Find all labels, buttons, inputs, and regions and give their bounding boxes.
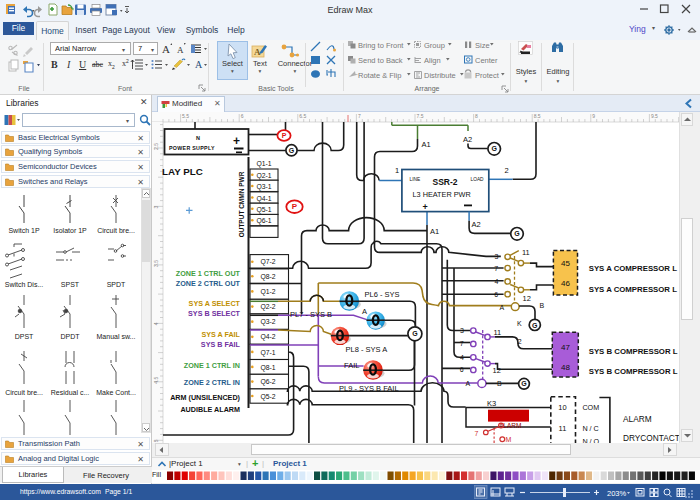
- svg-text:7.5: 7.5: [417, 113, 424, 119]
- svg-text:Distribute: Distribute: [424, 71, 456, 80]
- svg-text:7: 7: [494, 265, 498, 272]
- svg-text:Q6-1: Q6-1: [256, 217, 271, 225]
- svg-text:8.5: 8.5: [534, 113, 541, 119]
- svg-text:SYS B COMPRESSOR L: SYS B COMPRESSOR L: [589, 347, 678, 356]
- svg-text:5: 5: [153, 439, 159, 442]
- svg-text:Circuit bre...: Circuit bre...: [97, 227, 135, 234]
- svg-text:G: G: [514, 230, 520, 237]
- svg-text:SPDT: SPDT: [107, 281, 126, 288]
- svg-text:3.5: 3.5: [153, 260, 159, 267]
- svg-text:+: +: [423, 202, 428, 212]
- svg-text:ARM (UNSILENCED): ARM (UNSILENCED): [170, 393, 240, 402]
- svg-text:FAIL: FAIL: [344, 361, 359, 370]
- svg-text:+: +: [233, 134, 240, 148]
- svg-text:Q6-2: Q6-2: [260, 378, 275, 386]
- svg-text:45: 45: [561, 259, 570, 268]
- svg-text:Q5-2: Q5-2: [260, 393, 275, 401]
- svg-text:Q4-1: Q4-1: [256, 195, 271, 203]
- svg-text:8: 8: [475, 113, 478, 119]
- svg-text:3: 3: [153, 205, 159, 208]
- svg-text:P: P: [292, 202, 298, 211]
- svg-text:203%: 203%: [607, 489, 627, 498]
- svg-text:Q8-1: Q8-1: [260, 364, 275, 372]
- svg-text:G: G: [532, 322, 538, 329]
- svg-text:10: 10: [558, 403, 566, 412]
- svg-text:SPST: SPST: [61, 281, 80, 288]
- svg-text:L3 HEATER PWR: L3 HEATER PWR: [413, 190, 471, 199]
- svg-text:6: 6: [241, 113, 244, 119]
- svg-text:A: A: [177, 45, 184, 55]
- svg-text:M: M: [506, 436, 512, 443]
- svg-text:Q2-2: Q2-2: [260, 303, 275, 311]
- svg-text:2.5: 2.5: [153, 143, 159, 150]
- svg-text:48: 48: [561, 363, 570, 372]
- svg-text:B: B: [51, 59, 58, 70]
- svg-text:6.5: 6.5: [299, 113, 306, 119]
- svg-text:POWER SUPPLY: POWER SUPPLY: [169, 145, 215, 151]
- svg-text:Q4-2: Q4-2: [260, 333, 275, 341]
- svg-text:G: G: [412, 330, 418, 337]
- svg-text:OUTPUT CMMN PWR: OUTPUT CMMN PWR: [238, 171, 245, 237]
- svg-text:COM: COM: [582, 403, 599, 412]
- svg-text:11: 11: [559, 424, 567, 433]
- svg-text:SYS A COMPRESSOR L: SYS A COMPRESSOR L: [589, 285, 677, 294]
- svg-text:4: 4: [460, 354, 464, 361]
- svg-text:G: G: [289, 147, 295, 154]
- svg-text:abc: abc: [92, 60, 104, 69]
- svg-text:11: 11: [522, 248, 530, 257]
- svg-text:SYS A FAIL: SYS A FAIL: [201, 330, 240, 339]
- svg-text:ZONE 1 CTRL OUT: ZONE 1 CTRL OUT: [176, 269, 241, 278]
- svg-text:ZONE 1 CTRL IN: ZONE 1 CTRL IN: [184, 361, 240, 370]
- svg-text:Rotate & Flip: Rotate & Flip: [358, 71, 401, 80]
- svg-text:Group: Group: [424, 41, 445, 50]
- svg-text:G: G: [521, 380, 527, 387]
- svg-text:K3: K3: [487, 399, 496, 408]
- svg-text:Send to Back: Send to Back: [358, 56, 403, 65]
- svg-text:A1: A1: [422, 140, 431, 149]
- svg-text:11: 11: [494, 328, 502, 337]
- svg-text:Center: Center: [475, 56, 498, 65]
- svg-text:N: N: [196, 135, 200, 141]
- svg-text:LINE: LINE: [410, 177, 421, 182]
- svg-text:2: 2: [126, 58, 129, 64]
- svg-text:G: G: [491, 145, 497, 152]
- svg-text:Q7-2: Q7-2: [260, 258, 275, 266]
- svg-text:LAY PLC: LAY PLC: [162, 166, 203, 177]
- svg-text:Switch Dis...: Switch Dis...: [5, 281, 44, 288]
- svg-text:ALARM: ALARM: [623, 414, 652, 424]
- svg-text:5.5: 5.5: [182, 113, 189, 119]
- svg-text:Q3-1: Q3-1: [256, 183, 271, 191]
- svg-text:SYS A COMPRESSOR L: SYS A COMPRESSOR L: [589, 264, 677, 273]
- svg-text:7: 7: [475, 430, 479, 437]
- svg-text:Q1-1: Q1-1: [256, 160, 271, 168]
- svg-text:Q1-2: Q1-2: [260, 288, 275, 296]
- svg-text:PL6 - SYS: PL6 - SYS: [365, 290, 400, 299]
- svg-text:2: 2: [505, 166, 509, 175]
- svg-text:Q5-1: Q5-1: [256, 206, 271, 214]
- svg-text:U: U: [79, 59, 87, 70]
- svg-text:A2: A2: [472, 220, 481, 229]
- svg-text:ZONE 2 CTRL IN: ZONE 2 CTRL IN: [184, 378, 240, 387]
- svg-text:7: 7: [460, 340, 464, 347]
- svg-text:I: I: [66, 59, 71, 70]
- svg-text:4.5: 4.5: [153, 377, 159, 384]
- svg-text:B: B: [540, 302, 545, 309]
- svg-text:12: 12: [493, 366, 501, 375]
- svg-text:LOAD: LOAD: [471, 177, 485, 182]
- svg-text:Circuit bre...: Circuit bre...: [5, 389, 43, 396]
- svg-text:PL9 - SYS B FAIL: PL9 - SYS B FAIL: [339, 384, 399, 393]
- svg-text:4: 4: [495, 278, 499, 285]
- svg-text:Q2-1: Q2-1: [256, 172, 271, 180]
- svg-text:A: A: [162, 43, 170, 55]
- svg-text:A: A: [362, 307, 367, 316]
- svg-text:7: 7: [358, 113, 361, 119]
- svg-text:AUDIBLE ALARM: AUDIBLE ALARM: [180, 405, 240, 414]
- svg-text:P: P: [282, 132, 287, 139]
- svg-text:12: 12: [523, 294, 531, 303]
- svg-text:A: A: [466, 380, 471, 387]
- svg-text:PL7 - SYS B: PL7 - SYS B: [290, 310, 332, 319]
- svg-text:SSR-2: SSR-2: [433, 177, 458, 187]
- svg-text:47: 47: [561, 343, 570, 352]
- svg-text:6: 6: [460, 366, 464, 373]
- svg-text:Protect: Protect: [475, 71, 500, 80]
